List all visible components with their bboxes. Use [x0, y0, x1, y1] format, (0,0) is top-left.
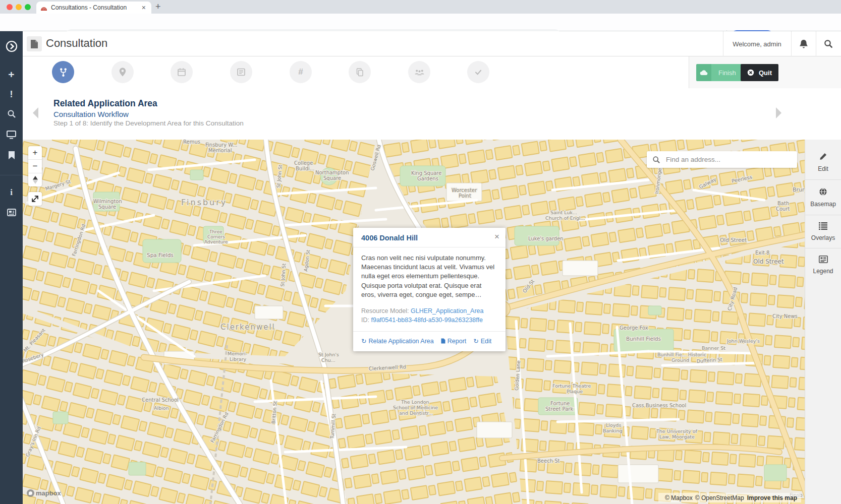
copy-icon [355, 67, 365, 77]
map-label: Saint Luk... [550, 210, 577, 215]
previous-step-button[interactable] [31, 106, 40, 121]
workflow-step-7[interactable] [408, 61, 430, 83]
info-icon[interactable]: i [0, 187, 23, 198]
map-label: Law, Moorgate [659, 434, 695, 439]
tab-close-icon[interactable]: × [140, 4, 147, 11]
edit-link[interactable]: ↻ Edit [473, 337, 491, 345]
map-label: Library [230, 356, 247, 362]
macos-minimize-button[interactable] [16, 4, 22, 10]
hashtag-icon: # [298, 67, 303, 77]
map-label: Point [459, 193, 471, 199]
bell-icon [799, 39, 808, 49]
expand-sidebar-icon[interactable] [0, 40, 23, 54]
map-label: Plaque [567, 389, 583, 394]
browser-tab-strip: Consultations - Consultation × + [0, 0, 841, 14]
map-zoom-control: + − [28, 146, 42, 186]
compass-button[interactable] [28, 173, 42, 186]
workflow-step-2[interactable] [111, 61, 134, 83]
map-label: Exit 8 [755, 250, 769, 256]
map-edit-button[interactable]: Edit [805, 145, 841, 180]
popup-actions: ↻ Relate Application Area Report ↻ Edit [353, 331, 506, 351]
map-label: George Fox [620, 325, 648, 331]
workflow-step-4[interactable] [230, 61, 252, 83]
map-label: Fortune Theatre [552, 383, 591, 389]
news-icon[interactable] [0, 209, 23, 218]
map-overlays-button[interactable]: Overlays [805, 215, 841, 248]
chevron-left-icon [31, 106, 40, 119]
check-icon [473, 67, 483, 77]
workflow-step-8[interactable] [467, 61, 489, 83]
compass-icon [32, 175, 38, 184]
map-canvas[interactable]: RemusFinsbury W...MemorialCollegeBuildi.… [23, 140, 841, 504]
resource-id-link[interactable]: f9af0541-bb83-48fd-a530-99a263238ffe [371, 317, 483, 324]
notifications-button[interactable] [791, 31, 816, 56]
map-label: Memori- [228, 351, 247, 356]
welcome-label[interactable]: Welcome, admin [723, 31, 791, 56]
relate-application-area-link[interactable]: ↻ Relate Application Area [361, 337, 434, 345]
report-link[interactable]: Report [441, 338, 467, 345]
workflow-step-5[interactable]: # [290, 61, 312, 83]
add-icon[interactable]: + [0, 69, 23, 81]
search-button[interactable] [816, 31, 841, 56]
popup-header: 4006 Donald Hill × [353, 228, 506, 247]
zoom-out-button[interactable]: − [28, 160, 42, 173]
alert-icon[interactable]: ! [0, 89, 23, 100]
map-label: Gardens [417, 176, 438, 181]
monitor-icon[interactable] [0, 131, 23, 141]
popup-description: Cras non velit nec nisi vulputate nonumm… [353, 247, 506, 301]
map-label: City News [772, 313, 798, 319]
calendar-icon [177, 67, 187, 77]
rotate-icon: ↻ [361, 337, 366, 345]
address-search-box[interactable] [647, 151, 797, 168]
map-label: Banner St [702, 345, 725, 351]
improve-map-link[interactable]: Improve this map [747, 494, 797, 501]
map-tool-panel: Edit Basemap Overlays Legend [805, 140, 841, 504]
map-label: Church of Engl... [545, 215, 585, 221]
map-label: Bath [777, 201, 789, 206]
zoom-in-button[interactable]: + [28, 146, 42, 160]
map-label: The London [401, 399, 429, 405]
mapbox-logo[interactable]: mapbox [27, 489, 61, 497]
osm-attribution-link[interactable]: © OpenStreetMap [695, 494, 744, 501]
map-label: Albion [154, 405, 169, 411]
browser-tab[interactable]: Consultations - Consultation × [36, 2, 151, 14]
workflow-name[interactable]: Consultation Workflow [53, 110, 129, 118]
next-step-button[interactable] [774, 106, 783, 121]
map-label: Chu... [321, 357, 335, 363]
workflow-step-bar: # Finish Quit [23, 56, 841, 88]
map-label: Finsbury [181, 198, 227, 207]
search-sidebar-icon[interactable] [0, 109, 23, 120]
resource-model-link[interactable]: GLHER_Application_Area [411, 307, 484, 314]
popup-title: 4006 Donald Hill [361, 234, 418, 242]
workflow-step-nav: Related Application Area Consultation Wo… [23, 88, 841, 140]
users-icon [414, 67, 425, 77]
macos-close-button[interactable] [7, 4, 13, 10]
map-label: Brun [793, 186, 806, 193]
map-label: The University of [656, 428, 697, 434]
workflow-step-1[interactable] [52, 61, 74, 83]
quit-button[interactable]: Quit [741, 64, 778, 81]
bookmark-icon[interactable] [0, 151, 23, 162]
new-tab-button[interactable]: + [155, 2, 161, 12]
resource-model-label: Resource Model: [361, 307, 409, 314]
workflow-step-3[interactable] [171, 61, 193, 83]
map-label: Court [776, 206, 790, 212]
screenshot-root: Consultations - Consultation × + ← → ⟳ ⌂… [0, 0, 841, 504]
map-basemap-button[interactable]: Basemap [805, 180, 841, 215]
map-legend-button[interactable]: Legend [805, 248, 841, 282]
map-label: King Square [411, 170, 441, 176]
workflow-step-6[interactable] [349, 61, 371, 83]
map-label: Cass Business School [632, 403, 686, 408]
tab-title: Consultations - Consultation [51, 4, 140, 11]
finish-button[interactable]: Finish [696, 64, 743, 81]
file-icon [441, 338, 445, 344]
macos-zoom-button[interactable] [25, 4, 31, 10]
map-label: Bunhill Fields [626, 336, 661, 342]
popup-close-icon[interactable]: × [494, 232, 499, 241]
address-search-input[interactable] [665, 155, 783, 164]
mapbox-attribution-link[interactable]: © Mapbox [665, 494, 693, 501]
fullscreen-button[interactable] [28, 192, 42, 206]
map-label: Spa Fields [147, 252, 174, 258]
map-label: School of Medicine [393, 405, 438, 410]
mapbox-logo-icon [27, 489, 34, 497]
